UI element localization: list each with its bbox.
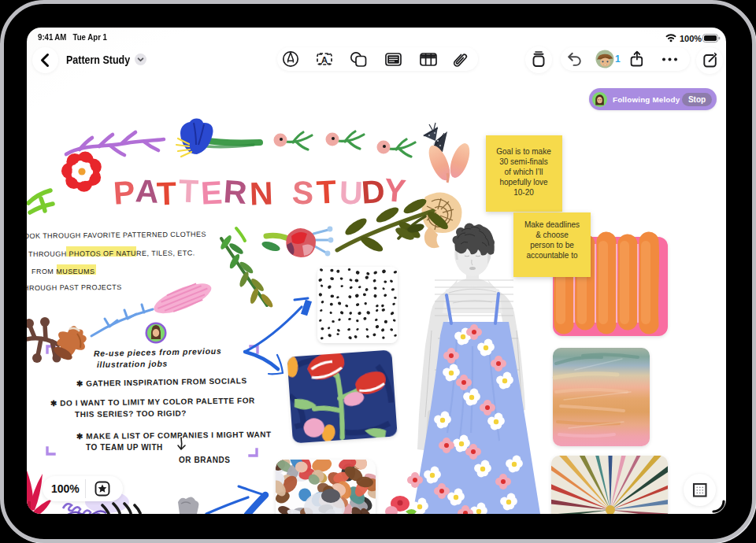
svg-text:R: R — [222, 173, 248, 211]
svg-text:A: A — [321, 55, 328, 65]
svg-text:illustration jobs: illustration jobs — [97, 359, 168, 369]
svg-text:Make deadlines: Make deadlines — [524, 220, 580, 229]
svg-text:THROUGH PHOTOS OF NATURE, TILE: THROUGH PHOTOS OF NATURE, TILES, ETC. — [28, 249, 195, 258]
svg-text:THIS SERIES? TOO RIGID?: THIS SERIES? TOO RIGID? — [75, 409, 187, 419]
svg-text:S: S — [291, 174, 315, 211]
svg-text:N: N — [249, 175, 273, 212]
svg-text:T: T — [316, 173, 337, 210]
svg-text:OR BRANDS: OR BRANDS — [179, 456, 231, 464]
svg-text:30 semi-finals: 30 semi-finals — [499, 157, 548, 166]
svg-text:OOK THROUGH FAVORITE PATTERNED: OOK THROUGH FAVORITE PATTERNED CLOTHES — [27, 231, 206, 240]
svg-text:100%: 100% — [680, 34, 702, 43]
svg-text:FROM MUSEUMS: FROM MUSEUMS — [32, 268, 94, 275]
svg-text:U: U — [339, 175, 363, 212]
svg-text:person to be: person to be — [530, 241, 574, 249]
svg-text:T: T — [178, 173, 199, 210]
svg-text:HROUGH PAST PROJECTS: HROUGH PAST PROJECTS — [27, 283, 122, 292]
svg-text:accountable to: accountable to — [526, 251, 577, 260]
svg-text:TO TEAM UP WITH: TO TEAM UP WITH — [86, 443, 163, 452]
svg-text:✱ GATHER INSPIRATION FROM SOCI: ✱ GATHER INSPIRATION FROM SOCIALS — [76, 376, 247, 388]
svg-text:✱ DO I WANT TO LIMIT MY COLOR: ✱ DO I WANT TO LIMIT MY COLOR PALETTE FO… — [50, 396, 255, 408]
svg-text:E: E — [200, 174, 224, 211]
svg-text:hopefully love: hopefully love — [499, 178, 548, 187]
svg-text:T: T — [156, 175, 177, 212]
svg-text:Y: Y — [383, 172, 407, 209]
svg-text:Goal is to make: Goal is to make — [496, 147, 551, 156]
svg-text:D: D — [360, 173, 386, 211]
svg-text:Re-use pieces from previous: Re-use pieces from previous — [94, 346, 222, 358]
svg-text:& choose: & choose — [536, 231, 569, 239]
svg-text:10-20: 10-20 — [513, 188, 534, 197]
svg-text:P: P — [112, 174, 136, 212]
svg-text:✱ MAKE A LIST OF COMPANIES I M: ✱ MAKE A LIST OF COMPANIES I MIGHT WANT — [76, 430, 272, 441]
svg-text:of which I’ll: of which I’ll — [505, 168, 543, 176]
